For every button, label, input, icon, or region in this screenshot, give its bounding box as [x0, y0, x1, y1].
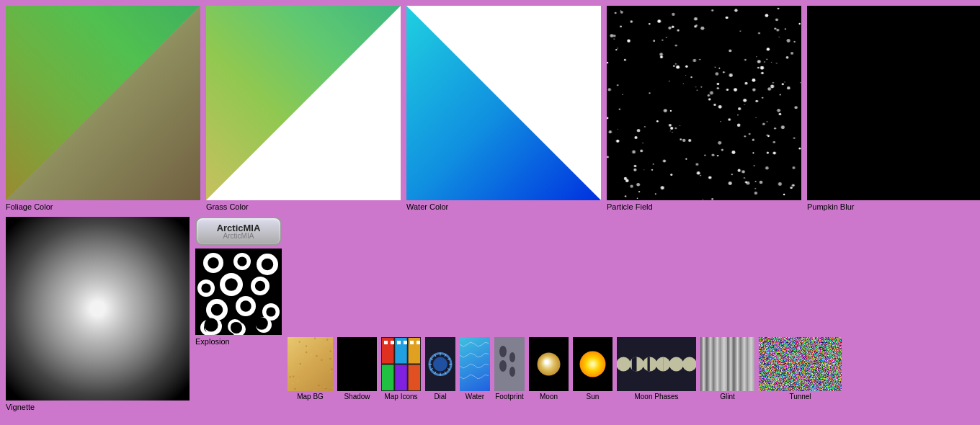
item-mapbg[interactable]: Map BG — [288, 337, 333, 401]
thumb-footprint — [494, 337, 525, 391]
label-dial: Dial — [434, 393, 446, 401]
row2: Vignette ArcticMIA ArcticMIA Explosion M… — [6, 217, 974, 411]
item-pumpkin[interactable]: Pumpkin Blur — [807, 6, 980, 211]
item-water-color[interactable]: Water Color — [406, 6, 601, 211]
label-grass: Grass Color — [206, 202, 401, 211]
item-shadow[interactable]: Shadow — [337, 337, 377, 401]
item-dial[interactable]: Dial — [425, 337, 455, 401]
middle-col: ArcticMIA ArcticMIA Explosion — [195, 217, 282, 346]
item-grass[interactable]: Grass Color — [206, 6, 401, 211]
label-foliage: Foliage Color — [6, 202, 200, 211]
arctic-label: ArcticMIA ArcticMIA — [195, 217, 282, 246]
label-moonphases: Moon Phases — [634, 393, 678, 401]
label-glint: Glint — [720, 393, 735, 401]
thumb-mapicons — [381, 337, 421, 391]
label-particle: Particle Field — [607, 202, 801, 211]
item-particle[interactable]: Particle Field — [607, 6, 801, 211]
small-icons-row: Map BG Shadow Map Icons Dial — [288, 337, 842, 401]
label-moon: Moon — [540, 393, 558, 401]
thumb-mapbg — [288, 337, 333, 391]
thumb-vignette — [6, 217, 190, 401]
label-pumpkin: Pumpkin Blur — [807, 202, 980, 211]
item-moon[interactable]: Moon — [529, 337, 569, 401]
label-water-small: Water — [466, 393, 484, 401]
label-footprint: Footprint — [495, 393, 523, 401]
label-vignette: Vignette — [6, 403, 190, 411]
thumb-water-color — [406, 6, 601, 200]
item-glint[interactable]: Glint — [700, 337, 754, 401]
arctic-reflection: ArcticMIA — [223, 232, 254, 240]
item-water-small[interactable]: Water — [460, 337, 490, 401]
item-vignette[interactable]: Vignette — [6, 217, 190, 411]
item-moonphases[interactable]: Moon Phases — [617, 337, 696, 401]
item-explosion[interactable]: Explosion — [195, 249, 282, 346]
thumb-glint — [700, 337, 754, 391]
item-tunnel[interactable]: Tunnel — [759, 337, 842, 401]
row1: Foliage Color Grass Color Water Color Pa… — [6, 6, 974, 211]
item-footprint[interactable]: Footprint — [494, 337, 525, 401]
item-foliage[interactable]: Foliage Color — [6, 6, 200, 211]
item-sun[interactable]: Sun — [573, 337, 612, 401]
thumb-pumpkin — [807, 6, 980, 200]
thumb-moonphases — [617, 337, 696, 391]
thumb-foliage — [6, 6, 200, 200]
thumb-grass — [206, 6, 401, 200]
thumb-tunnel — [759, 337, 842, 391]
label-tunnel: Tunnel — [789, 393, 811, 401]
thumb-moon — [529, 337, 569, 391]
label-water-color: Water Color — [406, 202, 601, 211]
thumb-sun — [573, 337, 612, 391]
thumb-dial — [425, 337, 455, 391]
thumb-particle — [607, 6, 801, 200]
label-mapicons: Map Icons — [384, 393, 417, 401]
label-mapbg: Map BG — [297, 393, 324, 401]
label-explosion: Explosion — [195, 337, 282, 346]
label-sun: Sun — [587, 393, 600, 401]
gallery: Foliage Color Grass Color Water Color Pa… — [0, 0, 980, 417]
thumb-shadow — [337, 337, 377, 391]
thumb-water-small — [460, 337, 490, 391]
item-mapicons[interactable]: Map Icons — [381, 337, 421, 401]
label-shadow: Shadow — [344, 393, 370, 401]
thumb-explosion — [195, 249, 282, 335]
